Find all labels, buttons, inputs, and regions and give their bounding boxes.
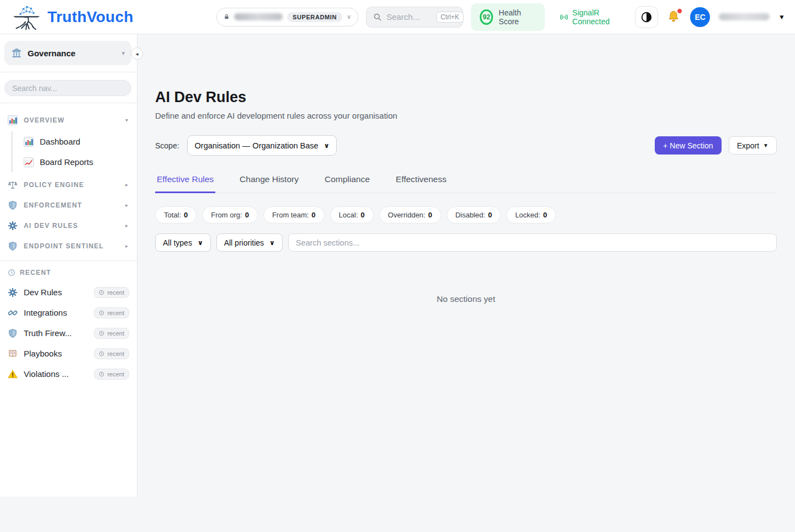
clock-icon [99,331,104,336]
workspace-label: Governance [28,49,76,58]
divider [0,72,137,72]
tab-compliance[interactable]: Compliance [323,170,372,193]
recent-item-playbooks[interactable]: Playbooks recent [4,343,131,364]
page-subtitle: Define and enforce AI development rules … [155,111,777,120]
truthvouch-logo-icon [10,3,43,31]
scope-select-value: Organisation — Organization Base [195,141,319,150]
recent-badge: recent [94,287,129,298]
sidebar-item-label: Board Reports [40,157,93,167]
chevron-down-icon: ∨ [324,142,330,150]
sidebar-item-board-reports[interactable]: Board Reports [13,152,131,172]
clock-icon [99,351,104,357]
chevron-down-icon: ∨ [347,13,351,20]
shield-icon [8,200,18,210]
username-redacted [719,13,770,20]
recent-section-header: RECENT [4,263,131,282]
shortcut-hint: Ctrl+K [436,12,464,23]
global-search-input[interactable] [386,12,432,22]
role-badge: SUPERADMIN [287,12,342,22]
health-score-pill: 92 Health Score [471,3,545,31]
type-filter-select[interactable]: All types ∨ [155,233,211,252]
org-name-redacted [234,13,283,20]
export-button[interactable]: Export ▼ [729,136,777,155]
top-header: TruthVouch SUPERADMIN ∨ Ctrl+K 92 Health… [0,0,795,34]
sidebar-section-ai-dev-rules[interactable]: AI DEV RULES ▸ [4,215,131,236]
recent-item-label: Truth Firew... [24,328,72,338]
shield-icon [8,241,18,251]
sidebar-section-label: AI DEV RULES [24,222,78,230]
chevron-down-icon: ▾ [125,117,128,123]
sidebar-section-enforcement[interactable]: ENFORCEMENT ▸ [4,195,131,215]
workspace-selector[interactable]: Governance ▾ [4,41,131,65]
sidebar: ◂ Governance ▾ OVERVIEW [0,34,137,497]
bar-chart-icon [8,115,18,125]
notifications-button[interactable] [667,10,681,24]
stat-local: Local: 0 [330,206,374,224]
tab-effective-rules[interactable]: Effective Rules [155,170,215,193]
recent-item-dev-rules[interactable]: Dev Rules recent [4,282,131,302]
stat-from-team: From team: 0 [263,206,325,224]
recent-badge: recent [94,328,129,339]
scope-label: Scope: [155,141,179,150]
notification-dot [677,8,682,14]
priority-filter-select[interactable]: All priorities ∨ [216,233,283,252]
theme-toggle-button[interactable] [635,6,658,28]
clock-icon [99,290,104,295]
org-selector[interactable]: SUPERADMIN ∨ [216,8,358,26]
clock-icon [99,310,104,316]
recent-item-label: Violations ... [24,369,68,379]
sidebar-section-label: OVERVIEW [24,116,65,124]
sidebar-section-overview[interactable]: OVERVIEW ▾ [4,110,131,130]
scales-icon [8,180,18,190]
chevron-right-icon: ▸ [125,202,128,208]
stat-disabled: Disabled: 0 [447,206,501,224]
avatar[interactable]: EC [690,7,710,27]
tab-bar: Effective Rules Change History Complianc… [155,170,777,193]
recent-badge: recent [94,369,129,380]
link-icon [8,308,18,318]
signal-icon [559,13,569,21]
stat-from-org: From org: 0 [202,206,258,224]
stat-overridden: Overridden: 0 [379,206,441,224]
user-menu-caret-icon[interactable]: ▼ [778,13,785,21]
recent-item-label: Integrations [24,308,67,317]
chevron-right-icon: ▸ [125,222,128,228]
section-search-input[interactable] [288,233,777,252]
sidebar-section-label: ENDPOINT SENTINEL [24,242,104,250]
tab-change-history[interactable]: Change History [238,170,300,193]
stat-locked: Locked: 0 [506,206,556,224]
sidebar-item-dashboard[interactable]: Dashboard [13,131,131,152]
scope-select[interactable]: Organisation — Organization Base ∨ [187,135,337,156]
filters-row: All types ∨ All priorities ∨ [155,233,777,252]
recent-badge: recent [94,307,129,318]
contrast-icon [640,11,653,23]
signalr-status: SignalR Connected [559,8,628,26]
global-search[interactable]: Ctrl+K [366,7,463,28]
recent-item-violations[interactable]: Violations ... recent [4,364,131,384]
line-chart-icon [24,157,34,167]
sidebar-nav: OVERVIEW ▾ Dashboard Board Reports [4,103,131,384]
warning-icon [8,369,18,379]
chevron-down-icon: ∨ [269,239,275,247]
sidebar-section-endpoint-sentinel[interactable]: ENDPOINT SENTINEL ▸ [4,236,131,256]
governance-building-icon [11,47,22,58]
brand-name: TruthVouch [47,8,133,26]
stat-total: Total: 0 [155,206,197,224]
search-icon [373,13,382,22]
divider [0,260,137,261]
sidebar-collapse-button[interactable]: ◂ [131,47,143,60]
new-section-button[interactable]: + New Section [655,136,722,155]
sidebar-search-input[interactable] [4,80,131,96]
sidebar-section-label: POLICY ENGINE [24,181,84,189]
bar-chart-icon [24,137,34,147]
health-score-label: Health Score [499,8,536,26]
clock-icon [99,371,104,377]
sidebar-section-policy-engine[interactable]: POLICY ENGINE ▸ [4,174,131,195]
signalr-status-text: SignalR Connected [573,8,628,26]
gear-icon [8,221,18,231]
recent-item-integrations[interactable]: Integrations recent [4,302,131,323]
recent-item-label: Playbooks [24,349,62,358]
gear-icon [8,288,18,297]
tab-effectiveness[interactable]: Effectiveness [394,170,448,193]
recent-item-truth-firewall[interactable]: Truth Firew... recent [4,323,131,343]
